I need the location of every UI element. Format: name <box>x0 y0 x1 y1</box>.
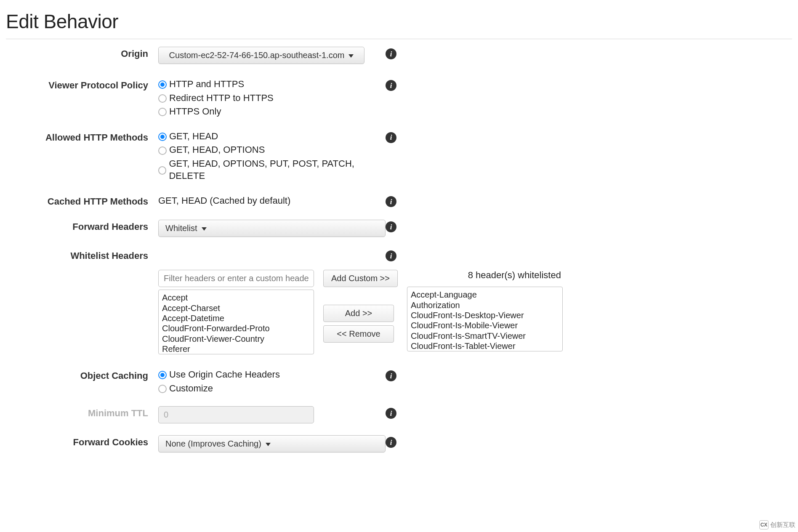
whitelisted-headers-column: 8 header(s) whitelisted Accept-LanguageA… <box>407 270 563 351</box>
radio-label: Redirect HTTP to HTTPS <box>169 92 274 104</box>
radio-icon <box>158 94 167 103</box>
list-item[interactable]: Accept <box>162 293 310 303</box>
add-button[interactable]: Add >> <box>323 305 394 322</box>
label-whitelist-headers: Whitelist Headers <box>6 249 158 261</box>
chevron-down-icon <box>266 443 271 446</box>
row-whitelist-headers-body: Add Custom >> AcceptAccept-CharsetAccept… <box>6 270 792 354</box>
forward-cookies-select-text: None (Improves Caching) <box>165 439 261 449</box>
radio-label: GET, HEAD <box>169 130 218 143</box>
list-item[interactable]: CloudFront-Is-SmartTV-Viewer <box>411 331 559 341</box>
radio-redirect-http-to-https[interactable]: Redirect HTTP to HTTPS <box>158 92 386 104</box>
info-icon[interactable]: i <box>386 80 396 91</box>
list-item[interactable]: CloudFront-Is-Desktop-Viewer <box>411 310 559 320</box>
radio-label: HTTPS Only <box>169 106 221 118</box>
radio-label: Customize <box>169 383 213 395</box>
row-forward-cookies: Forward Cookies None (Improves Caching) … <box>6 435 792 452</box>
label-forward-headers: Forward Headers <box>6 220 158 232</box>
radio-icon <box>158 108 167 116</box>
radio-icon <box>158 133 167 141</box>
info-icon[interactable]: i <box>386 408 396 419</box>
info-icon[interactable]: i <box>386 132 396 143</box>
title-divider <box>6 39 792 39</box>
radio-label: Use Origin Cache Headers <box>169 369 280 381</box>
list-item[interactable]: Accept-Charset <box>162 303 310 313</box>
forward-cookies-select[interactable]: None (Improves Caching) <box>158 435 386 452</box>
radio-https-only[interactable]: HTTPS Only <box>158 106 386 118</box>
label-minimum-ttl: Minimum TTL <box>6 406 158 419</box>
list-item[interactable]: CloudFront-Viewer-Country <box>162 334 310 344</box>
transfer-buttons: Add >> << Remove <box>323 305 394 343</box>
allowed-methods-radio-group: GET, HEAD GET, HEAD, OPTIONS GET, HEAD, … <box>158 130 386 182</box>
row-cached-http-methods: Cached HTTP Methods GET, HEAD (Cached by… <box>6 194 792 207</box>
available-headers-column: Add Custom >> AcceptAccept-CharsetAccept… <box>158 270 398 354</box>
whitelisted-headers-listbox[interactable]: Accept-LanguageAuthorizationCloudFront-I… <box>407 287 563 351</box>
label-forward-cookies: Forward Cookies <box>6 435 158 448</box>
radio-icon <box>158 371 167 379</box>
available-headers-listbox[interactable]: AcceptAccept-CharsetAccept-DatetimeCloud… <box>158 290 314 354</box>
filter-headers-input[interactable] <box>158 270 314 287</box>
row-forward-headers: Forward Headers Whitelist i <box>6 220 792 237</box>
page-title: Edit Behavior <box>6 4 792 39</box>
row-origin: Origin Custom-ec2-52-74-66-150.ap-southe… <box>6 47 792 64</box>
object-caching-radio-group: Use Origin Cache Headers Customize <box>158 369 386 394</box>
list-item[interactable]: CloudFront-Forwarded-Proto <box>162 323 310 333</box>
row-minimum-ttl: Minimum TTL i <box>6 406 792 423</box>
radio-icon <box>158 80 167 89</box>
info-icon[interactable]: i <box>386 48 396 59</box>
radio-icon <box>158 146 167 155</box>
list-item[interactable]: Accept-Datetime <box>162 313 310 323</box>
info-icon[interactable]: i <box>386 370 396 381</box>
radio-http-and-https[interactable]: HTTP and HTTPS <box>158 78 386 90</box>
row-allowed-http-methods: Allowed HTTP Methods GET, HEAD GET, HEAD… <box>6 130 792 182</box>
add-custom-button[interactable]: Add Custom >> <box>323 270 398 287</box>
info-icon[interactable]: i <box>386 221 396 232</box>
row-object-caching: Object Caching Use Origin Cache Headers … <box>6 369 792 394</box>
list-item[interactable]: Referer <box>162 344 310 354</box>
radio-customize[interactable]: Customize <box>158 383 386 395</box>
radio-get-head[interactable]: GET, HEAD <box>158 130 386 143</box>
whitelist-count: 8 header(s) whitelisted <box>407 270 563 281</box>
list-item[interactable]: CloudFront-Is-Mobile-Viewer <box>411 320 559 330</box>
minimum-ttl-input <box>158 406 314 423</box>
label-origin: Origin <box>6 47 158 59</box>
label-object-caching: Object Caching <box>6 369 158 381</box>
whitelist-dual-list: Add Custom >> AcceptAccept-CharsetAccept… <box>158 270 563 354</box>
row-viewer-protocol-policy: Viewer Protocol Policy HTTP and HTTPS Re… <box>6 78 792 118</box>
radio-label: HTTP and HTTPS <box>169 78 244 90</box>
form: Origin Custom-ec2-52-74-66-150.ap-southe… <box>6 47 792 452</box>
forward-headers-select[interactable]: Whitelist <box>158 220 386 237</box>
radio-use-origin-cache-headers[interactable]: Use Origin Cache Headers <box>158 369 386 381</box>
row-whitelist-headers-label: Whitelist Headers i <box>6 249 792 261</box>
list-item[interactable]: Authorization <box>411 300 559 310</box>
origin-select-text: Custom-ec2-52-74-66-150.ap-southeast-1.c… <box>169 51 345 60</box>
chevron-down-icon <box>202 227 207 231</box>
info-icon[interactable]: i <box>386 196 396 207</box>
list-item[interactable]: CloudFront-Is-Tablet-Viewer <box>411 341 559 351</box>
viewer-protocol-radio-group: HTTP and HTTPS Redirect HTTP to HTTPS HT… <box>158 78 386 118</box>
info-icon[interactable]: i <box>386 250 396 261</box>
chevron-down-icon <box>348 54 354 58</box>
radio-icon <box>158 166 166 175</box>
info-icon[interactable]: i <box>386 437 396 448</box>
radio-get-head-options[interactable]: GET, HEAD, OPTIONS <box>158 144 386 156</box>
forward-headers-select-text: Whitelist <box>165 223 197 233</box>
origin-select[interactable]: Custom-ec2-52-74-66-150.ap-southeast-1.c… <box>158 47 364 64</box>
radio-get-head-options-put-post-patch-delete[interactable]: GET, HEAD, OPTIONS, PUT, POST, PATCH, DE… <box>158 158 386 182</box>
radio-icon <box>158 385 167 393</box>
list-item[interactable]: Accept-Language <box>411 290 559 300</box>
cached-methods-text: GET, HEAD (Cached by default) <box>158 194 386 206</box>
label-viewer-protocol: Viewer Protocol Policy <box>6 78 158 91</box>
remove-button[interactable]: << Remove <box>323 325 394 343</box>
radio-label: GET, HEAD, OPTIONS <box>169 144 265 156</box>
radio-label: GET, HEAD, OPTIONS, PUT, POST, PATCH, DE… <box>169 158 386 182</box>
label-allowed-methods: Allowed HTTP Methods <box>6 130 158 143</box>
label-cached-methods: Cached HTTP Methods <box>6 194 158 207</box>
